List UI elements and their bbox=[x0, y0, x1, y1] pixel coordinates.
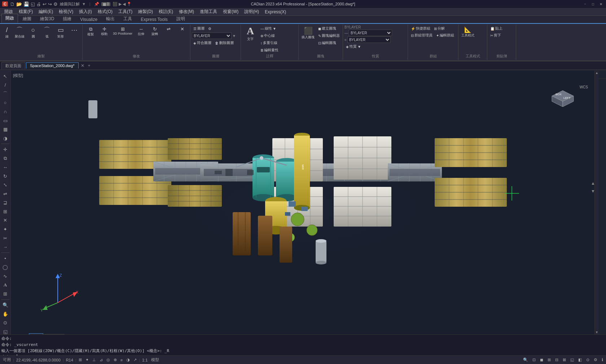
layer-match-btn[interactable]: ◈ 符合圖層 bbox=[192, 40, 213, 46]
dropdown-arrow[interactable]: ▼ bbox=[82, 2, 86, 6]
match-properties-btn[interactable]: ◈ 性質 ▼ bbox=[344, 43, 363, 50]
centerline-dropdown[interactable]: ▼ bbox=[273, 27, 276, 31]
status-icon-7[interactable]: ◱ bbox=[569, 358, 575, 362]
close-tab-icon[interactable]: ✕ bbox=[79, 62, 86, 69]
status-icon-11[interactable]: ℹ bbox=[600, 358, 605, 362]
mirror-btn[interactable]: ⇌ bbox=[162, 25, 175, 33]
sidebar-line[interactable]: / bbox=[1, 81, 10, 89]
text-btn[interactable]: A 文字 bbox=[242, 25, 258, 41]
tab-describe[interactable]: 描繪 bbox=[59, 14, 75, 23]
more-draw-btn[interactable]: ⋯ bbox=[68, 25, 81, 35]
saveas-icon[interactable]: ◱ bbox=[31, 1, 35, 7]
layer-panel-btn[interactable]: ☰ 圖層 bbox=[192, 25, 206, 32]
status-osnap-icon[interactable]: ◎ bbox=[105, 358, 111, 362]
menu-draw[interactable]: 繪製(D) bbox=[135, 8, 156, 16]
sidebar-offset[interactable]: ⊒ bbox=[1, 199, 10, 207]
menu-insert[interactable]: 插入(I) bbox=[76, 8, 95, 16]
sidebar-point[interactable]: • bbox=[1, 254, 10, 263]
tab-draw2[interactable]: 繪圖 bbox=[19, 14, 35, 23]
polyline-btn[interactable]: ⌒ 聚合線 bbox=[13, 25, 26, 40]
centerline-btn[interactable]: — 線性 ▼ bbox=[259, 25, 280, 32]
rect-btn[interactable]: ▭ 矩形 bbox=[54, 25, 67, 40]
sidebar-mirror[interactable]: ⇌ bbox=[1, 190, 10, 198]
cut-btn[interactable]: ✂ 剪下 bbox=[489, 32, 502, 39]
status-icon-8[interactable]: ◧ bbox=[577, 358, 583, 362]
tab-3d[interactable]: 繪製3D bbox=[36, 14, 58, 23]
sidebar-polyline[interactable]: ⌒ bbox=[1, 90, 10, 98]
tab-help[interactable]: 說明 bbox=[172, 14, 189, 23]
command-area[interactable]: 命令: 命令: _vscurrent 輸入一個選項 [2D框線(2DW)/概念(… bbox=[0, 334, 606, 355]
tab-draw[interactable]: 開啟 bbox=[1, 14, 18, 23]
sidebar-rotate[interactable]: ↻ bbox=[1, 172, 10, 180]
sidebar-ellipse[interactable]: ◯ bbox=[1, 263, 10, 271]
sidebar-orbit[interactable]: ⊙ bbox=[1, 319, 10, 327]
status-polar-icon[interactable]: ⊿ bbox=[98, 358, 104, 362]
layer-settings-btn[interactable]: ⚙ bbox=[207, 26, 213, 31]
scroll-up-btn[interactable]: ▲ bbox=[595, 71, 599, 75]
status-icon-10[interactable]: ⚙ bbox=[592, 358, 599, 362]
sidebar-explode[interactable]: ✦ bbox=[1, 225, 10, 233]
print-icon[interactable]: 🖨 bbox=[36, 1, 41, 7]
status-zoom[interactable]: 1:1 bbox=[141, 358, 149, 362]
rotate-btn[interactable]: ↻ 旋轉 bbox=[148, 25, 161, 38]
erase-btn[interactable]: ✕ bbox=[176, 25, 189, 33]
positioner-btn[interactable]: ⊞ 3D Positioner bbox=[111, 25, 134, 36]
maximize-button[interactable]: □ bbox=[590, 1, 596, 7]
sidebar-trim[interactable]: ✂ bbox=[1, 234, 10, 242]
menu-window[interactable]: 視窗(W) bbox=[220, 8, 241, 16]
match-prop-dropdown[interactable]: ▼ bbox=[357, 45, 361, 49]
status-icon-9[interactable]: ⊙ bbox=[585, 358, 591, 362]
minimize-button[interactable]: － bbox=[582, 1, 588, 7]
copy-btn[interactable]: ⧉ 複製 bbox=[84, 25, 97, 38]
save-icon[interactable]: 💾 bbox=[23, 1, 29, 7]
sidebar-extend[interactable]: → bbox=[1, 243, 10, 251]
sidebar-arc[interactable]: ∩ bbox=[1, 108, 10, 116]
status-transparency-icon[interactable]: ◑ bbox=[125, 358, 131, 362]
sidebar-array[interactable]: ⊞ bbox=[1, 207, 10, 216]
canvas-area[interactable]: [模型] bbox=[11, 71, 599, 346]
status-lineweight-icon[interactable]: ≡ bbox=[119, 358, 124, 362]
filter-btn[interactable]: ⊞ 分解 bbox=[432, 25, 446, 32]
sidebar-select[interactable]: ↖ bbox=[1, 72, 10, 80]
sidebar-gradient[interactable]: ◑ bbox=[1, 134, 10, 142]
toolbar-extra[interactable]: ⬛ ▶ ◀ 📍 bbox=[113, 2, 132, 6]
linetype-select[interactable]: BYLAYER bbox=[349, 30, 392, 36]
sidebar-stretch[interactable]: ↔ bbox=[1, 163, 10, 171]
doc-tab-welcome[interactable]: 歡迎頁面 bbox=[1, 62, 25, 69]
pin-icon[interactable]: 📌 bbox=[94, 2, 99, 6]
line-btn[interactable]: / 線 bbox=[1, 25, 12, 40]
create-block-btn[interactable]: ◼ 建立圖塊 bbox=[317, 25, 341, 32]
viewcube[interactable]: BOX LEFT bbox=[548, 78, 577, 107]
sidebar-rect[interactable]: ▭ bbox=[1, 117, 10, 125]
paste-btn[interactable]: 📋 貼上 bbox=[489, 25, 504, 32]
layer-dropdown-icon[interactable]: ▼ bbox=[232, 34, 236, 38]
settings-icon[interactable]: ⚙ bbox=[53, 1, 58, 7]
tab-output[interactable]: 輸出 bbox=[102, 14, 119, 23]
menu-help[interactable]: 說明(H) bbox=[241, 8, 262, 16]
group-manager-btn[interactable]: ⊟ 群組管理員 bbox=[409, 32, 434, 39]
layer-delete-btn[interactable]: 🗑 刪除圖層 bbox=[214, 40, 235, 46]
status-icon-4[interactable]: ⊞ bbox=[546, 358, 552, 362]
status-grid-icon[interactable]: ⊞ bbox=[77, 358, 83, 362]
close-button[interactable]: ✕ bbox=[598, 1, 604, 7]
3d-viewport[interactable]: [模型] bbox=[11, 71, 599, 346]
sidebar-pan[interactable]: ✋ bbox=[1, 310, 10, 318]
status-coords[interactable]: 22.4199,-46.6288,0.0000 bbox=[15, 358, 62, 362]
sidebar-spline[interactable]: ∿ bbox=[1, 272, 10, 280]
center-mark-btn[interactable]: ⊕ 中心線 bbox=[259, 32, 280, 39]
new-icon[interactable]: 🗋 bbox=[10, 1, 15, 7]
open-icon[interactable]: 📂 bbox=[16, 1, 22, 7]
sidebar-erase[interactable]: ✕ bbox=[1, 216, 10, 225]
status-icon-3[interactable]: ◼ bbox=[539, 358, 545, 362]
scroll-down-btn[interactable]: ▼ bbox=[595, 330, 599, 334]
sidebar-text[interactable]: A bbox=[1, 281, 10, 289]
status-icon-6[interactable]: ⊠ bbox=[561, 358, 567, 362]
status-snap-icon[interactable]: ✦ bbox=[84, 358, 90, 362]
insert-block-btn[interactable]: ⬛ 插入圖塊 bbox=[300, 25, 316, 41]
edit-block-btn[interactable]: ⊡ 編輯圖塊 bbox=[317, 40, 341, 46]
status-icon-5[interactable]: ⊟ bbox=[554, 358, 560, 362]
status-otrack-icon[interactable]: ⊕ bbox=[112, 358, 118, 362]
explode-btn[interactable]: ✦ 編輯群組 bbox=[435, 32, 456, 39]
doc-tab-file[interactable]: SpaceStation_2000.dwg* bbox=[26, 62, 79, 69]
tab-express-tools[interactable]: Express Tools bbox=[137, 16, 171, 23]
